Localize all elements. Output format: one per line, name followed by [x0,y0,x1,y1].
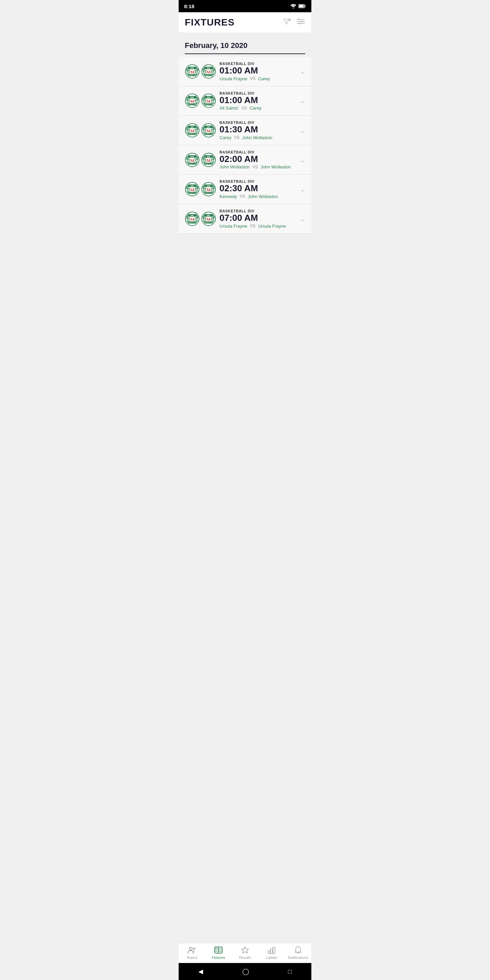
svg-text:M: M [190,99,194,104]
wifi-icon [290,4,296,8]
settings-icon[interactable] [296,18,305,27]
svg-text:M: M [207,158,211,163]
svg-rect-2 [305,5,305,7]
fixtures-label: Fixtures [212,956,225,959]
svg-text:MILLENIO GLORIA: MILLENIO GLORIA [186,134,198,135]
teams-label: Teams [186,956,197,959]
ladder-label: Ladder [266,956,277,959]
chevron-down-icon[interactable]: ⌄ [299,97,305,105]
results-label: Results [239,956,251,959]
svg-point-0 [293,8,294,9]
fixture-away-team: John Wollaston [248,194,278,199]
fixture-info: BASKETBALL DIV 01:30 AM Carey VS John Wo… [220,121,296,140]
svg-text:SMC: SMC [190,126,194,128]
battery-icon [298,4,306,8]
fixture-time: 07:00 AM [220,213,296,223]
nav-item-ladder[interactable]: Ladder [258,946,285,959]
fixture-info: BASKETBALL DIV 01:00 AM Ursula Frayne VS… [220,62,296,81]
svg-text:M: M [190,217,194,222]
fixture-division: BASKETBALL DIV [220,91,296,95]
svg-text:MILLENIO GLORIA: MILLENIO GLORIA [203,134,215,135]
fixture-home-team: Ursula Frayne [220,224,247,229]
fixture-item[interactable]: SMC M MILLENIO GLORIA SMC M [179,145,311,175]
fixture-vs: VS [242,106,247,111]
fixture-teams: John Wollaston VS John Wollaston [220,164,296,169]
svg-text:SMC: SMC [207,126,211,128]
svg-text:MILLENIO GLORIA: MILLENIO GLORIA [186,222,198,224]
nav-item-fixtures[interactable]: F Fixtures [205,946,232,959]
team-logos: SMC M MILLENIO GLORIA SMC M [185,93,216,108]
svg-text:M: M [207,69,211,75]
team-logos: SMC M MILLENIO GLORIA SMC M [185,123,216,138]
svg-text:MILLENIO GLORIA: MILLENIO GLORIA [203,222,215,224]
filter-icon[interactable] [283,18,292,27]
chevron-down-icon[interactable]: ⌄ [299,156,305,164]
fixture-home-team: Ursula Frayne [220,76,247,81]
fixture-time: 01:00 AM [220,95,296,105]
svg-text:SMC: SMC [207,96,211,98]
fixture-away-team: John Wollaston [242,135,272,140]
fixture-home-team: Kennedy [220,194,237,199]
fixture-item[interactable]: SMC M MILLENIO GLORIA SMC M [179,57,311,86]
team-logos: SMC M MILLENIO GLORIA SMC M [185,182,216,197]
svg-point-14 [299,23,301,24]
back-button[interactable]: ◀ [198,968,203,975]
nav-item-teams[interactable]: Teams [179,946,205,959]
fixture-info: BASKETBALL DIV 01:00 AM All Saints' VS C… [220,91,296,111]
svg-text:M: M [190,158,194,163]
chevron-down-icon[interactable]: ⌄ [299,126,305,134]
svg-text:MILLENIO GLORIA: MILLENIO GLORIA [203,75,215,76]
header-icons [283,18,305,27]
svg-text:M: M [207,217,211,222]
fixture-division: BASKETBALL DIV [220,150,296,154]
svg-text:M: M [207,128,211,134]
teams-icon [187,946,197,954]
fixture-info: BASKETBALL DIV 02:30 AM Kennedy VS John … [220,179,296,199]
fixture-away-team: Carey [250,105,262,111]
svg-text:MILLENIO GLORIA: MILLENIO GLORIA [203,192,215,194]
nav-item-results[interactable]: Results [232,946,258,959]
svg-text:MILLENIO GLORIA: MILLENIO GLORIA [186,104,198,105]
svg-point-12 [298,19,300,21]
svg-point-88 [193,948,195,950]
results-icon [240,946,250,954]
chevron-down-icon[interactable]: ⌄ [299,67,305,76]
svg-point-87 [189,947,192,950]
fixture-vs: VS [250,76,256,81]
fixture-teams: Ursula Frayne VS Ursula Frayne [220,224,296,229]
svg-text:M: M [190,69,194,75]
status-bar: 8:18 [179,0,311,12]
svg-text:M: M [190,128,194,134]
chevron-down-icon[interactable]: ⌄ [299,215,305,223]
fixture-time: 01:00 AM [220,66,296,76]
home-button[interactable]: ◯ [242,968,249,975]
recents-button[interactable]: □ [288,968,292,975]
svg-text:SMC: SMC [207,215,211,216]
team-logos: SMC M MILLENIO GLORIA SMC M [185,64,216,79]
fixture-vs: VS [253,165,258,169]
fixture-item[interactable]: SMC M MILLENIO GLORIA SMC M [179,204,311,234]
fixture-time: 02:30 AM [220,183,296,193]
chevron-down-icon[interactable]: ⌄ [299,185,305,193]
svg-text:MILLENIO GLORIA: MILLENIO GLORIA [186,163,198,165]
svg-text:SMC: SMC [207,67,211,69]
nav-item-notifications[interactable]: Notifications [285,946,311,959]
fixture-item[interactable]: SMC M MILLENIO GLORIA SMC M [179,116,311,145]
svg-text:M: M [207,187,211,192]
fixture-home-team: Carey [220,135,231,140]
svg-text:SMC: SMC [207,156,211,158]
fixture-teams: Ursula Frayne VS Carey [220,76,296,81]
header: FIXTURES [179,12,311,33]
fixture-item[interactable]: SMC M MILLENIO GLORIA SMC M [179,175,311,204]
svg-text:SMC: SMC [207,185,211,187]
svg-text:F: F [216,947,217,949]
fixtures-icon: F [214,946,223,954]
date-section: February, 10 2020 [179,33,311,57]
svg-text:MILLENIO GLORIA: MILLENIO GLORIA [186,192,198,194]
status-time: 8:18 [184,3,194,9]
fixture-list: SMC M MILLENIO GLORIA SMC M [179,57,311,943]
svg-text:SMC: SMC [190,156,194,158]
svg-text:MILLENIO GLORIA: MILLENIO GLORIA [186,75,198,76]
fixture-home-team: All Saints' [220,105,239,111]
fixture-item[interactable]: SMC M MILLENIO GLORIA SMC M [179,86,311,116]
